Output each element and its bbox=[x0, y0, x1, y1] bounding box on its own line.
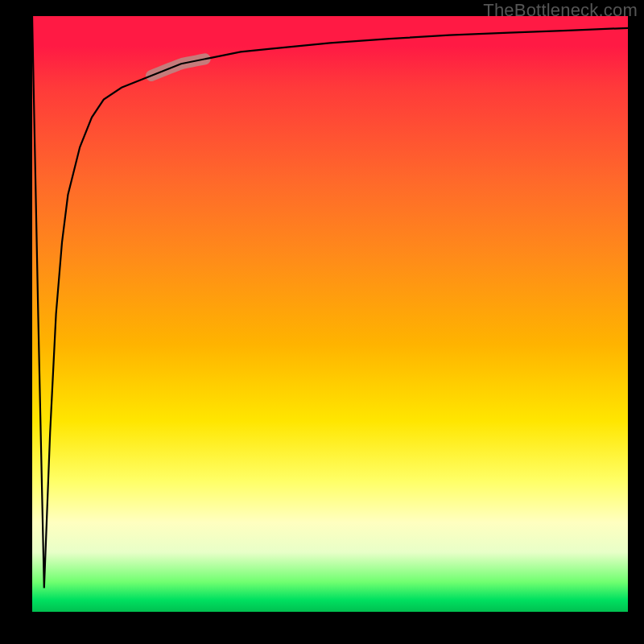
chart-svg bbox=[32, 16, 628, 612]
chart-container: TheBottleneck.com bbox=[0, 0, 644, 644]
plot-area bbox=[32, 16, 628, 612]
curve-main bbox=[32, 16, 628, 588]
